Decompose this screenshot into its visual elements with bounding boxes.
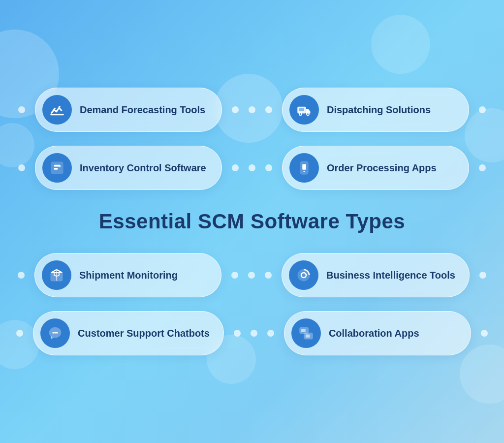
row-1: Demand Forecasting ToolsDispatching Solu… — [10, 88, 494, 132]
row-3: Shipment MonitoringBusiness Intelligence… — [10, 253, 494, 297]
left-dot — [267, 330, 274, 337]
customer-support-label: Customer Support Chatbots — [78, 328, 210, 339]
inventory-control-label: Inventory Control Software — [80, 162, 206, 174]
right-dot — [231, 272, 238, 279]
deco-circle-tr — [371, 15, 430, 74]
dispatching-solutions-label: Dispatching Solutions — [327, 104, 431, 116]
page-title: Essential SCM Software Types — [99, 210, 405, 233]
collaboration-apps-label: Collaboration Apps — [329, 328, 419, 339]
svg-rect-23 — [301, 329, 306, 332]
pill-shipment-monitoring: Shipment Monitoring — [34, 253, 221, 297]
inventory-control-icon — [42, 153, 72, 183]
svg-point-1 — [59, 106, 61, 108]
right-dot — [481, 330, 488, 337]
left-dot — [18, 106, 25, 113]
business-intelligence-label: Business Intelligence Tools — [326, 270, 455, 281]
demand-forecasting-label: Demand Forecasting Tools — [80, 104, 205, 116]
pill-demand-forecasting: Demand Forecasting Tools — [35, 88, 222, 132]
left-dot — [265, 164, 272, 171]
pill-business-intelligence: Business Intelligence Tools — [282, 253, 470, 297]
center-dot — [249, 164, 255, 171]
svg-point-0 — [54, 108, 56, 110]
title-section: Essential SCM Software Types — [99, 210, 405, 233]
left-dot — [16, 330, 23, 337]
row-2: Inventory Control SoftwareOrder Processi… — [10, 146, 494, 190]
svg-rect-24 — [306, 335, 310, 338]
svg-point-4 — [307, 113, 309, 115]
left-dot — [265, 272, 272, 279]
right-dot — [234, 330, 241, 337]
right-dot — [479, 164, 486, 171]
right-dot — [479, 272, 486, 279]
pill-order-processing: Order Processing Apps — [282, 146, 469, 190]
order-processing-icon — [289, 153, 319, 183]
demand-forecasting-icon — [42, 95, 72, 125]
svg-rect-9 — [59, 165, 61, 167]
left-dot — [18, 164, 25, 171]
pill-collaboration-apps: Collaboration Apps — [284, 311, 471, 355]
right-dot — [232, 164, 239, 171]
customer-support-icon — [40, 318, 70, 348]
svg-point-18 — [52, 332, 54, 334]
row-4: Customer Support ChatbotsCollaboration A… — [10, 311, 494, 355]
center-dot — [249, 106, 255, 113]
order-processing-label: Order Processing Apps — [327, 162, 437, 174]
svg-rect-11 — [302, 164, 306, 170]
svg-point-12 — [304, 171, 305, 172]
shipment-monitoring-icon — [42, 260, 71, 290]
center-dot — [248, 272, 255, 279]
svg-rect-8 — [54, 168, 58, 170]
collaboration-apps-icon — [291, 318, 321, 348]
business-intelligence-icon — [289, 260, 318, 290]
left-dot — [265, 106, 272, 113]
right-dot — [479, 106, 486, 113]
page-wrapper: Demand Forecasting ToolsDispatching Solu… — [0, 0, 504, 443]
pill-dispatching-solutions: Dispatching Solutions — [282, 88, 469, 132]
svg-point-19 — [54, 332, 56, 334]
center-dot — [251, 330, 257, 337]
dispatching-solutions-icon — [289, 95, 319, 125]
right-dot — [232, 106, 239, 113]
shipment-monitoring-label: Shipment Monitoring — [79, 270, 178, 281]
pill-customer-support: Customer Support Chatbots — [33, 311, 224, 355]
svg-point-20 — [56, 332, 58, 334]
left-dot — [18, 272, 25, 279]
svg-point-3 — [299, 113, 302, 115]
pill-inventory-control: Inventory Control Software — [35, 146, 222, 190]
svg-rect-5 — [299, 108, 304, 111]
